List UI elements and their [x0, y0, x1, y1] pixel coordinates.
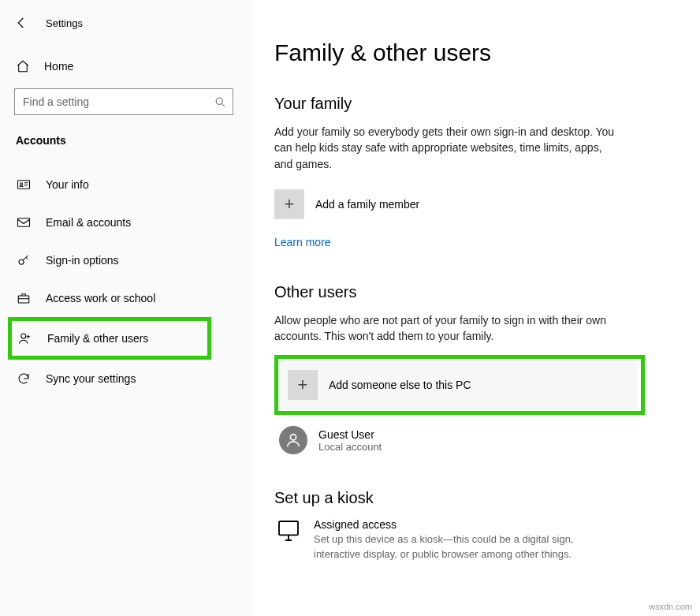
add-family-label: Add a family member	[315, 198, 419, 211]
guest-user-sub: Local account	[318, 441, 382, 453]
add-family-member-button[interactable]: + Add a family member	[274, 189, 678, 219]
add-someone-label: Add someone else to this PC	[329, 379, 471, 391]
sidebar-item-sync[interactable]: Sync your settings	[14, 360, 252, 398]
sync-icon	[16, 371, 32, 386]
sidebar-item-email-accounts[interactable]: Email & accounts	[14, 203, 252, 241]
people-icon	[17, 331, 33, 345]
svg-rect-5	[18, 296, 29, 303]
sidebar-item-label: Access work or school	[46, 292, 155, 304]
add-someone-button[interactable]: + Add someone else to this PC	[278, 359, 637, 411]
briefcase-icon	[16, 291, 32, 305]
back-icon[interactable]	[14, 16, 28, 30]
sidebar-item-label: Sign-in options	[46, 254, 119, 267]
watermark: wsxdn.com	[649, 602, 692, 611]
guest-user-name: Guest User	[318, 428, 382, 441]
sidebar-item-family-users[interactable]: Family & other users	[16, 321, 207, 356]
sidebar: Settings Home Accounts	[0, 0, 252, 616]
svg-rect-1	[18, 181, 30, 189]
sidebar-item-label: Family & other users	[47, 332, 148, 345]
family-heading: Your family	[274, 95, 678, 113]
svg-point-0	[216, 98, 222, 104]
section-title: Accounts	[14, 134, 252, 147]
highlight-add-someone: + Add someone else to this PC	[274, 355, 645, 415]
svg-point-6	[21, 334, 26, 338]
search-input[interactable]	[14, 88, 233, 115]
plus-icon: +	[274, 189, 304, 219]
mail-icon	[16, 215, 32, 230]
app-title: Settings	[46, 17, 83, 29]
sidebar-item-label: Your info	[46, 178, 89, 191]
other-heading: Other users	[274, 283, 678, 301]
kiosk-title: Assigned access	[314, 518, 613, 531]
learn-more-link[interactable]: Learn more	[274, 236, 331, 248]
svg-rect-8	[279, 521, 298, 535]
kiosk-icon	[276, 518, 301, 543]
home-nav[interactable]: Home	[14, 55, 252, 77]
kiosk-description: Set up this device as a kiosk—this could…	[314, 532, 613, 561]
sidebar-item-label: Sync your settings	[46, 372, 136, 385]
page-title: Family & other users	[274, 39, 678, 66]
sidebar-item-signin-options[interactable]: Sign-in options	[14, 241, 252, 279]
assigned-access-button[interactable]: Assigned access Set up this device as a …	[274, 518, 678, 561]
kiosk-heading: Set up a kiosk	[274, 489, 678, 507]
svg-point-2	[20, 183, 23, 185]
sidebar-item-work-school[interactable]: Access work or school	[14, 279, 252, 317]
svg-point-7	[290, 435, 296, 440]
key-icon	[16, 253, 32, 267]
svg-point-4	[19, 259, 24, 264]
person-card-icon	[16, 177, 32, 192]
plus-icon: +	[288, 370, 318, 400]
svg-rect-3	[18, 218, 30, 227]
family-description: Add your family so everybody gets their …	[274, 124, 621, 172]
search-icon	[214, 96, 226, 108]
search-field[interactable]	[23, 95, 214, 108]
avatar-icon	[279, 426, 307, 454]
guest-user-row[interactable]: Guest User Local account	[274, 426, 678, 454]
home-icon	[16, 59, 30, 73]
main-content: Family & other users Your family Add you…	[252, 0, 700, 616]
other-description: Allow people who are not part of your fa…	[274, 312, 621, 345]
sidebar-item-your-info[interactable]: Your info	[14, 166, 252, 203]
highlight-family-users: Family & other users	[8, 317, 211, 360]
sidebar-item-label: Email & accounts	[46, 216, 131, 229]
home-label: Home	[44, 60, 73, 73]
